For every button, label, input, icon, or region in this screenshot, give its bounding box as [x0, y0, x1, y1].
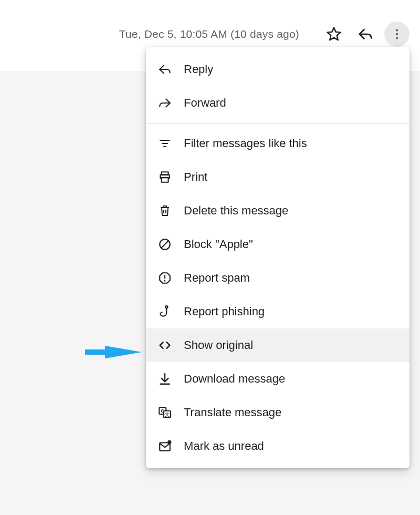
svg-point-15: [164, 280, 166, 282]
svg-point-3: [396, 37, 398, 39]
menu-item-download[interactable]: Download message: [146, 362, 410, 396]
menu-item-print[interactable]: Print: [146, 160, 410, 194]
menu-label: Report spam: [184, 271, 250, 285]
menu-label: Delete this message: [184, 204, 288, 218]
menu-item-report-spam[interactable]: Report spam: [146, 261, 410, 295]
block-icon: [158, 237, 172, 252]
print-icon: [158, 170, 172, 184]
menu-item-filter[interactable]: Filter messages like this: [146, 127, 410, 160]
menu-label: Reply: [184, 63, 213, 76]
code-icon: [158, 338, 172, 353]
menu-label: Report phishing: [184, 305, 265, 318]
star-icon: [326, 26, 342, 42]
menu-item-reply[interactable]: Reply: [146, 53, 410, 86]
reply-icon: [158, 62, 172, 77]
forward-icon: [158, 96, 172, 110]
menu-item-block[interactable]: Block "Apple": [146, 228, 410, 261]
star-button[interactable]: [321, 22, 346, 47]
svg-text:文: 文: [165, 412, 170, 417]
menu-label: Mark as unread: [184, 439, 264, 453]
menu-divider: [146, 123, 410, 123]
message-more-menu: Reply Forward Filter messages like this …: [146, 47, 410, 468]
svg-point-1: [396, 29, 398, 31]
menu-label: Show original: [184, 338, 253, 352]
trash-icon: [158, 203, 172, 218]
svg-line-12: [161, 241, 169, 248]
more-vertical-icon: [390, 27, 404, 41]
phishing-hook-icon: [158, 304, 172, 319]
reply-button[interactable]: [353, 22, 378, 47]
svg-marker-0: [328, 28, 341, 40]
reply-arrow-icon: [358, 26, 373, 42]
svg-point-24: [167, 440, 172, 445]
menu-item-show-original[interactable]: Show original: [146, 328, 410, 362]
menu-item-mark-unread[interactable]: Mark as unread: [146, 429, 410, 463]
report-spam-icon: [158, 271, 172, 285]
svg-point-2: [396, 33, 398, 35]
mark-unread-icon: [158, 439, 172, 454]
menu-item-delete[interactable]: Delete this message: [146, 194, 410, 228]
menu-label: Filter messages like this: [184, 137, 307, 150]
menu-label: Forward: [184, 96, 226, 110]
menu-label: Translate message: [184, 406, 281, 419]
menu-label: Print: [184, 170, 207, 184]
menu-item-translate[interactable]: G 文 Translate message: [146, 396, 410, 429]
menu-label: Download message: [184, 372, 285, 386]
translate-icon: G 文: [158, 405, 172, 420]
svg-marker-25: [85, 346, 142, 358]
annotation-arrow: [84, 341, 142, 364]
menu-item-report-phishing[interactable]: Report phishing: [146, 295, 410, 328]
message-timestamp: Tue, Dec 5, 10:05 AM (10 days ago): [119, 28, 299, 40]
filter-icon: [158, 136, 172, 151]
menu-label: Block "Apple": [184, 238, 253, 251]
more-options-button[interactable]: [384, 22, 410, 47]
download-icon: [158, 372, 172, 386]
menu-item-forward[interactable]: Forward: [146, 86, 410, 120]
svg-rect-8: [162, 178, 169, 182]
